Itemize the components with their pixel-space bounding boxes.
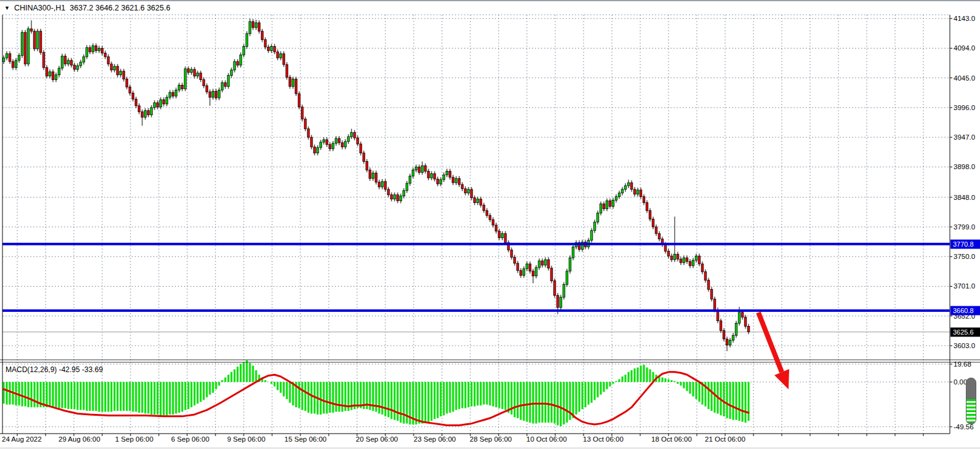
current-price-tag: 3625.6 <box>950 327 980 336</box>
candle-body <box>455 178 457 183</box>
candle-body <box>683 258 685 263</box>
macd-histogram-bar <box>311 382 313 413</box>
macd-histogram-bar <box>283 382 285 397</box>
candle-body <box>298 93 300 107</box>
candle-body <box>418 167 420 172</box>
candle-body <box>264 40 267 47</box>
symbol-dropdown-icon[interactable]: ▼ <box>4 4 10 12</box>
macd-histogram-bar <box>474 382 476 407</box>
candle-body <box>390 195 393 199</box>
trend-arrow-shaft[interactable] <box>758 312 782 372</box>
candle-body <box>110 64 113 70</box>
macd-histogram-bar <box>28 382 30 407</box>
candle-body <box>283 54 285 65</box>
candle-body <box>741 312 744 317</box>
candle-body <box>236 62 239 65</box>
candle-body <box>560 297 562 308</box>
macd-histogram-bar <box>197 382 199 403</box>
x-axis-label: 9 Sep 06:00 <box>227 435 265 443</box>
macd-histogram-bar <box>462 382 464 408</box>
macd-histogram-bar <box>391 382 393 419</box>
macd-histogram-bar <box>240 364 242 382</box>
macd-histogram-bar <box>225 378 227 382</box>
scroll-thumb-stripes <box>966 399 976 423</box>
macd-histogram-bar <box>520 382 522 420</box>
macd-histogram-bar <box>686 382 688 391</box>
chart-ohlc-quotes: 3637.2 3646.2 3621.6 3625.6 <box>70 4 170 12</box>
macd-histogram-bar <box>542 382 544 423</box>
candle-body <box>692 260 694 266</box>
macd-histogram-bar <box>431 382 433 421</box>
candle-body <box>347 137 350 141</box>
macd-histogram-bar <box>517 382 519 418</box>
x-axis-label: 29 Aug 06:00 <box>58 435 100 443</box>
macd-histogram-bar <box>434 382 436 419</box>
macd-histogram-bar <box>416 382 417 424</box>
macd-histogram-bar <box>252 366 254 382</box>
candle-body <box>643 197 645 203</box>
candle-body <box>378 182 380 187</box>
macd-histogram-bar <box>480 382 482 405</box>
candle-body <box>436 179 439 184</box>
macd-histogram-bar <box>560 382 562 426</box>
macd-histogram-bar <box>548 382 550 423</box>
macd-histogram-bar <box>292 382 294 405</box>
macd-histogram-bar <box>179 382 180 413</box>
candle-body <box>590 231 593 240</box>
candle-body <box>510 250 513 257</box>
macd-histogram-bar <box>246 360 248 382</box>
macd-histogram-bar <box>406 382 408 424</box>
candle-body <box>369 170 371 178</box>
macd-histogram-bar <box>332 382 334 413</box>
candle-body <box>550 268 553 281</box>
price-chart-canvas[interactable] <box>0 1 980 449</box>
macd-histogram-bar <box>551 382 553 423</box>
candle-body <box>46 68 48 76</box>
macd-histogram-bar <box>203 382 205 400</box>
candle-body <box>227 76 230 87</box>
macd-histogram-bar <box>640 366 642 382</box>
chart-header: ▼ CHINA300-,H1 3637.2 3646.2 3621.6 3625… <box>4 4 171 12</box>
candle-body <box>544 260 547 265</box>
candle-body <box>181 85 183 89</box>
candle-body <box>480 199 482 205</box>
candle-body <box>150 108 153 115</box>
macd-histogram-bar <box>449 382 451 413</box>
macd-histogram-bar <box>166 382 168 415</box>
candle-body <box>569 258 571 271</box>
macd-histogram-bar <box>594 382 596 400</box>
candle-body <box>735 324 737 336</box>
macd-histogram-bar <box>440 382 442 416</box>
scroll-thumb-widget[interactable] <box>966 378 976 424</box>
candle-body <box>209 92 211 97</box>
y-axis-label: 4045.0 <box>954 74 975 82</box>
macd-histogram-bar <box>52 382 54 407</box>
macd-axis-label: 19.68 <box>954 360 971 368</box>
macd-histogram-bar <box>526 382 528 422</box>
candle-body <box>572 247 574 258</box>
macd-histogram-bar <box>9 382 11 405</box>
candle-body <box>252 22 254 28</box>
candle-body <box>24 33 26 64</box>
candle-body <box>159 100 162 107</box>
candle-body <box>467 189 470 193</box>
candle-body <box>184 69 187 89</box>
candle-body <box>313 147 316 153</box>
macd-histogram-bar <box>419 382 420 424</box>
macd-histogram-bar <box>514 382 516 417</box>
candle-body <box>489 215 491 220</box>
macd-histogram-bar <box>489 382 491 405</box>
macd-histogram-bar <box>212 382 214 393</box>
candle-body <box>212 91 214 97</box>
y-axis-label: 3848.0 <box>954 194 975 201</box>
candle-body <box>470 189 473 198</box>
macd-histogram-bar <box>452 382 454 412</box>
macd-histogram-bar <box>643 365 645 382</box>
macd-histogram-bar <box>271 382 273 384</box>
macd-histogram-bar <box>492 382 494 407</box>
candle-body <box>433 173 436 179</box>
macd-histogram-bar <box>677 382 679 384</box>
macd-histogram-bar <box>606 382 608 389</box>
candle-body <box>233 62 236 70</box>
macd-histogram-bar <box>739 382 741 421</box>
